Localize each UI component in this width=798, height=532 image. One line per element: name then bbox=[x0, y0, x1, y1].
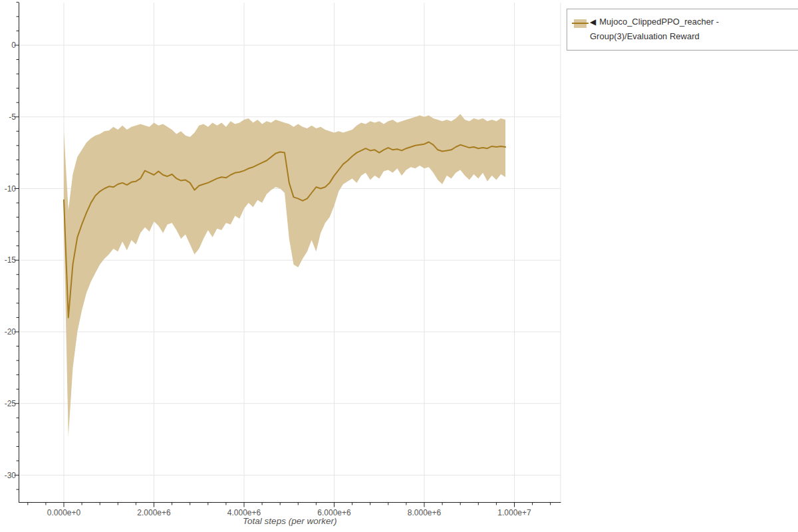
line-swatch bbox=[572, 23, 589, 24]
reward-chart: 0.000e+02.000e+64.000e+66.000e+68.000e+6… bbox=[0, 0, 798, 532]
legend-text: ◀Mujoco_ClippedPPO_reacher - Group(3)/Ev… bbox=[590, 17, 719, 41]
x-tick-label: 0.000e+0 bbox=[47, 508, 81, 517]
y-tick-label: 0 bbox=[11, 41, 16, 50]
x-tick-label: 2.000e+6 bbox=[137, 508, 171, 517]
dashboard-canvas: 0.000e+02.000e+64.000e+66.000e+68.000e+6… bbox=[0, 0, 798, 532]
y-tick-label: -15 bbox=[5, 255, 17, 265]
y-tick-label: -10 bbox=[5, 184, 17, 194]
x-tick-label: 1.000e+7 bbox=[497, 508, 531, 517]
x-axis-label: Total steps (per worker) bbox=[243, 516, 336, 526]
x-tick-label: 8.000e+6 bbox=[408, 508, 442, 517]
y-tick-label: -30 bbox=[5, 471, 17, 480]
series-swatch bbox=[572, 19, 589, 28]
confidence-band bbox=[64, 114, 505, 436]
y-tick-label: -5 bbox=[9, 112, 16, 122]
y-tick-label: -25 bbox=[5, 399, 17, 408]
legend-collapse-icon[interactable]: ◀ bbox=[590, 17, 596, 27]
legend-box: ◀Mujoco_ClippedPPO_reacher - Group(3)/Ev… bbox=[567, 9, 798, 51]
y-tick-label: -20 bbox=[5, 327, 17, 336]
legend-item-evaluation-reward[interactable]: ◀Mujoco_ClippedPPO_reacher - Group(3)/Ev… bbox=[567, 9, 798, 50]
legend-label: Mujoco_ClippedPPO_reacher - Group(3)/Eva… bbox=[590, 17, 719, 41]
